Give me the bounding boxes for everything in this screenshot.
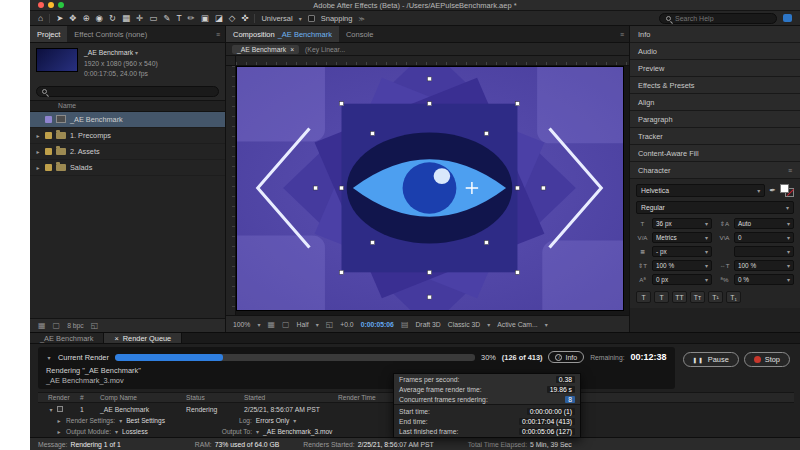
leading-control[interactable]: ⇕A Auto▾ [718, 218, 794, 229]
small-caps-button[interactable]: Tт [690, 291, 705, 303]
shape-tool-icon[interactable]: ▭ [149, 14, 157, 23]
ruler-vertical[interactable] [226, 66, 236, 315]
panel-tracker[interactable]: Tracker [630, 128, 800, 145]
camera-settings-icon[interactable]: ▤ [401, 320, 409, 329]
feedback-icon[interactable] [783, 14, 792, 22]
twirl-icon[interactable]: ▸ [35, 132, 41, 139]
twirl-open-icon[interactable]: ▾ [46, 354, 52, 361]
baseline-shift-control[interactable]: Aª 0 px▾ [636, 274, 712, 285]
panel-menu-icon[interactable]: ≡ [216, 31, 220, 38]
label-color-chip[interactable] [45, 164, 52, 171]
renderer-dropdown[interactable]: Classic 3D [448, 321, 480, 328]
rotate-tool-icon[interactable]: ↻ [109, 14, 116, 23]
label-color-chip[interactable] [45, 116, 52, 123]
all-caps-button[interactable]: TT [672, 291, 687, 303]
project-item-folder[interactable]: ▸ 2. Assets [30, 144, 225, 160]
chevron-down-icon[interactable]: ▾ [135, 50, 138, 56]
faux-italic-button[interactable]: T [654, 291, 669, 303]
orbit-camera-tool-icon[interactable]: ◉ [96, 14, 103, 23]
project-item-folder[interactable]: ▸ Salads [30, 160, 225, 176]
eraser-tool-icon[interactable]: ◪ [215, 14, 223, 23]
search-input[interactable] [675, 15, 763, 22]
resolution-dropdown[interactable]: Half [297, 321, 309, 328]
type-tool-icon[interactable]: T [176, 14, 181, 23]
view-dropdown[interactable]: Active Cam... [497, 321, 537, 328]
label-color-chip[interactable] [45, 132, 52, 139]
info-button[interactable]: i Info [548, 351, 584, 363]
panel-audio[interactable]: Audio [630, 43, 800, 60]
close-window-button[interactable] [38, 2, 44, 8]
project-item-folder[interactable]: ▸ 1. Precomps [30, 128, 225, 144]
vertical-scale-control[interactable]: ⇕T 100 %▾ [636, 260, 712, 271]
home-icon[interactable]: ⌂ [38, 14, 43, 23]
render-checkbox[interactable] [57, 406, 63, 412]
fast-previews-toggle[interactable]: Draft 3D [415, 321, 440, 328]
panel-character[interactable]: Character ≡ [630, 162, 800, 179]
faux-bold-button[interactable]: T [636, 291, 651, 303]
twirl-icon[interactable]: ▸ [56, 417, 62, 424]
region-of-interest-icon[interactable]: ◱ [326, 320, 334, 329]
horizontal-scale-control[interactable]: ⇔T 100 %▾ [718, 260, 794, 271]
pan-behind-tool-icon[interactable]: ✛ [136, 14, 143, 23]
tab-timeline-ae-benchmark[interactable]: _AE Benchmark [30, 333, 104, 343]
delete-icon[interactable]: ◱ [91, 321, 99, 330]
puppet-pin-tool-icon[interactable]: ✜ [241, 14, 248, 23]
tab-composition[interactable]: Composition _AE Benchmark [226, 26, 339, 42]
panel-info[interactable]: Info [630, 26, 800, 43]
fill-color-swatch[interactable] [780, 184, 789, 193]
current-timecode[interactable]: 0:00:05:06 [361, 321, 394, 328]
transparency-grid-icon[interactable]: ▦ [267, 320, 275, 329]
pause-button[interactable]: ❚❚ Pause [683, 352, 739, 367]
tab-render-queue[interactable]: × Render Queue [104, 333, 182, 343]
project-item-comp[interactable]: _AE Benchmark [30, 112, 225, 128]
twirl-open-icon[interactable]: ▾ [48, 406, 54, 413]
panel-preview[interactable]: Preview [630, 60, 800, 77]
hand-tool-icon[interactable]: ✥ [69, 14, 76, 23]
exposure-value[interactable]: +0.0 [340, 321, 353, 328]
interpret-footage-icon[interactable]: ▦ [38, 321, 46, 330]
superscript-button[interactable]: T¹ [708, 291, 723, 303]
tab-project[interactable]: Project [30, 26, 67, 42]
panel-paragraph[interactable]: Paragraph [630, 111, 800, 128]
twirl-icon[interactable]: ▸ [56, 428, 62, 435]
tab-effect-controls[interactable]: Effect Controls (none) [67, 26, 154, 42]
snapping-checkbox[interactable] [308, 15, 315, 22]
composition-viewport[interactable] [226, 56, 629, 315]
zoom-window-button[interactable] [58, 2, 64, 8]
minimize-window-button[interactable] [48, 2, 54, 8]
eyedropper-icon[interactable]: ✒ [769, 186, 776, 195]
kerning-control[interactable]: V/A Metrics▾ [636, 232, 712, 243]
selection-tool-icon[interactable]: ➤ [56, 14, 63, 23]
viewer-tab[interactable]: _AE Benchmark × [232, 45, 299, 54]
tab-console[interactable]: Console [339, 26, 381, 42]
twirl-icon[interactable]: ▸ [35, 164, 41, 171]
composition-canvas[interactable] [236, 66, 624, 311]
roto-brush-tool-icon[interactable]: ◇ [229, 14, 236, 23]
twirl-icon[interactable]: ▸ [35, 148, 41, 155]
label-color-chip[interactable] [45, 148, 52, 155]
panel-align[interactable]: Align [630, 94, 800, 111]
chevrons-icon[interactable]: ≫ [358, 15, 364, 22]
mask-visibility-icon[interactable]: ▢ [282, 320, 290, 329]
project-list-header[interactable]: Name [30, 100, 225, 112]
zoom-level-dropdown[interactable]: 100% [233, 321, 250, 328]
tracking-control[interactable]: V\A 0▾ [718, 232, 794, 243]
subscript-button[interactable]: T₁ [726, 291, 741, 303]
stop-button[interactable]: Stop [744, 352, 790, 367]
fill-stroke-swatches[interactable] [780, 184, 794, 197]
brush-tool-icon[interactable]: ✏ [188, 14, 195, 23]
ruler-horizontal[interactable] [236, 56, 629, 66]
font-family-dropdown[interactable]: Helvetica ▾ [636, 184, 765, 197]
project-search-input[interactable] [36, 86, 219, 97]
stroke-width-control[interactable]: ≣ - px▾ [636, 246, 712, 257]
pen-tool-icon[interactable]: ✎ [163, 14, 170, 23]
tsume-control[interactable]: ª% 0 %▾ [718, 274, 794, 285]
stroke-style-control[interactable]: ▾ [718, 246, 794, 257]
font-style-dropdown[interactable]: Regular ▾ [636, 201, 794, 214]
font-size-control[interactable]: T 36 px▾ [636, 218, 712, 229]
universal-dropdown[interactable]: Universal [261, 14, 292, 23]
zoom-tool-icon[interactable]: ⊕ [82, 14, 89, 23]
close-icon[interactable]: × [114, 334, 118, 343]
help-search[interactable] [659, 13, 777, 24]
clone-stamp-tool-icon[interactable]: ▣ [201, 14, 209, 23]
